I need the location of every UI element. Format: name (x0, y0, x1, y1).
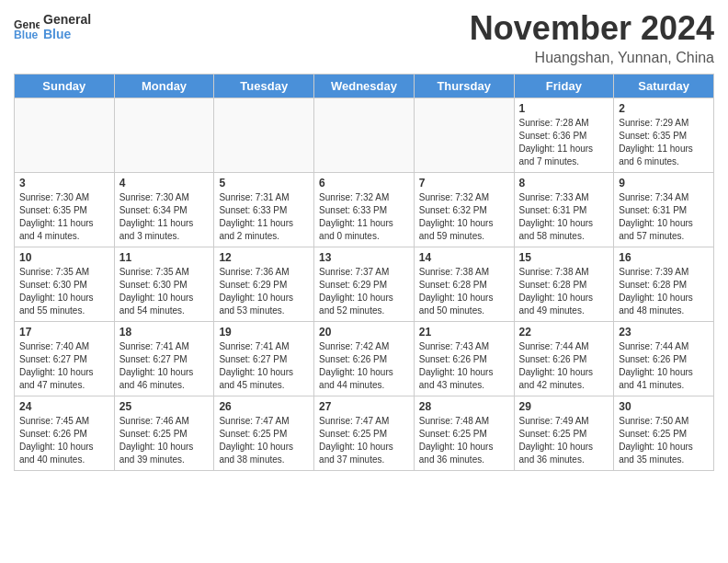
col-friday: Friday (514, 75, 614, 98)
table-row: 24Sunrise: 7:45 AM Sunset: 6:26 PM Dayli… (15, 396, 115, 471)
day-info: Sunrise: 7:37 AM Sunset: 6:29 PM Dayligh… (319, 266, 409, 317)
day-info: Sunrise: 7:44 AM Sunset: 6:26 PM Dayligh… (619, 340, 709, 392)
table-row: 9Sunrise: 7:34 AM Sunset: 6:31 PM Daylig… (614, 173, 714, 247)
day-number: 21 (419, 326, 509, 339)
day-number: 19 (219, 326, 309, 339)
day-info: Sunrise: 7:43 AM Sunset: 6:26 PM Dayligh… (419, 340, 509, 392)
table-row: 2Sunrise: 7:29 AM Sunset: 6:35 PM Daylig… (614, 98, 714, 173)
table-row: 27Sunrise: 7:47 AM Sunset: 6:25 PM Dayli… (314, 396, 415, 471)
table-row: 6Sunrise: 7:32 AM Sunset: 6:33 PM Daylig… (314, 173, 415, 247)
day-number: 4 (119, 177, 210, 190)
col-tuesday: Tuesday (214, 75, 314, 98)
day-number: 25 (119, 400, 210, 413)
calendar-table: Sunday Monday Tuesday Wednesday Thursday… (14, 74, 714, 471)
table-row: 5Sunrise: 7:31 AM Sunset: 6:33 PM Daylig… (214, 173, 314, 247)
table-row: 16Sunrise: 7:39 AM Sunset: 6:28 PM Dayli… (614, 247, 714, 322)
logo-icon: General Blue (14, 17, 40, 42)
day-number: 28 (419, 400, 509, 413)
table-row: 10Sunrise: 7:35 AM Sunset: 6:30 PM Dayli… (15, 247, 115, 322)
table-row: 12Sunrise: 7:36 AM Sunset: 6:29 PM Dayli… (214, 247, 314, 322)
day-info: Sunrise: 7:48 AM Sunset: 6:25 PM Dayligh… (419, 415, 509, 466)
svg-text:Blue: Blue (14, 29, 39, 41)
table-row: 20Sunrise: 7:42 AM Sunset: 6:26 PM Dayli… (314, 322, 415, 396)
table-row: 22Sunrise: 7:44 AM Sunset: 6:26 PM Dayli… (514, 322, 614, 396)
day-info: Sunrise: 7:41 AM Sunset: 6:27 PM Dayligh… (219, 340, 309, 392)
table-row: 18Sunrise: 7:41 AM Sunset: 6:27 PM Dayli… (114, 322, 214, 396)
calendar-header-row: Sunday Monday Tuesday Wednesday Thursday… (15, 75, 714, 98)
day-info: Sunrise: 7:30 AM Sunset: 6:34 PM Dayligh… (119, 191, 210, 243)
svg-marker-4 (109, 11, 119, 20)
day-info: Sunrise: 7:42 AM Sunset: 6:26 PM Dayligh… (319, 340, 409, 392)
day-info: Sunrise: 7:41 AM Sunset: 6:27 PM Dayligh… (119, 340, 210, 392)
day-info: Sunrise: 7:35 AM Sunset: 6:30 PM Dayligh… (19, 266, 109, 317)
day-info: Sunrise: 7:35 AM Sunset: 6:30 PM Dayligh… (119, 266, 210, 317)
day-info: Sunrise: 7:40 AM Sunset: 6:27 PM Dayligh… (19, 340, 109, 392)
svg-text:Blue: Blue (43, 27, 72, 41)
day-info: Sunrise: 7:50 AM Sunset: 6:25 PM Dayligh… (619, 415, 709, 466)
day-number: 9 (619, 177, 709, 190)
table-row: 26Sunrise: 7:47 AM Sunset: 6:25 PM Dayli… (214, 396, 314, 471)
calendar-week-row: 1Sunrise: 7:28 AM Sunset: 6:36 PM Daylig… (15, 98, 714, 173)
logo: General Blue General Blue (14, 9, 126, 50)
col-wednesday: Wednesday (314, 75, 415, 98)
table-row: 14Sunrise: 7:38 AM Sunset: 6:28 PM Dayli… (414, 247, 514, 322)
logo-svg: General Blue (43, 9, 126, 46)
day-number: 14 (419, 251, 509, 264)
day-info: Sunrise: 7:33 AM Sunset: 6:31 PM Dayligh… (519, 191, 609, 243)
day-number: 3 (19, 177, 109, 190)
header: General Blue General Blue November 2024 … (14, 9, 714, 66)
day-info: Sunrise: 7:38 AM Sunset: 6:28 PM Dayligh… (419, 266, 509, 317)
day-info: Sunrise: 7:45 AM Sunset: 6:26 PM Dayligh… (19, 415, 109, 466)
day-info: Sunrise: 7:32 AM Sunset: 6:33 PM Dayligh… (319, 191, 409, 243)
day-number: 1 (519, 102, 609, 115)
calendar-week-row: 17Sunrise: 7:40 AM Sunset: 6:27 PM Dayli… (15, 322, 714, 396)
month-title: November 2024 (470, 9, 714, 48)
table-row: 4Sunrise: 7:30 AM Sunset: 6:34 PM Daylig… (114, 173, 214, 247)
col-monday: Monday (114, 75, 214, 98)
day-number: 26 (219, 400, 309, 413)
table-row (314, 98, 415, 173)
day-number: 16 (619, 251, 709, 264)
day-info: Sunrise: 7:31 AM Sunset: 6:33 PM Dayligh… (219, 191, 309, 243)
calendar-week-row: 3Sunrise: 7:30 AM Sunset: 6:35 PM Daylig… (15, 173, 714, 247)
day-number: 13 (319, 251, 409, 264)
table-row: 7Sunrise: 7:32 AM Sunset: 6:32 PM Daylig… (414, 173, 514, 247)
title-block: November 2024 Huangshan, Yunnan, China (470, 9, 714, 66)
day-number: 27 (319, 400, 409, 413)
table-row: 1Sunrise: 7:28 AM Sunset: 6:36 PM Daylig… (514, 98, 614, 173)
day-info: Sunrise: 7:47 AM Sunset: 6:25 PM Dayligh… (219, 415, 309, 466)
day-number: 30 (619, 400, 709, 413)
day-number: 23 (619, 326, 709, 339)
day-info: Sunrise: 7:36 AM Sunset: 6:29 PM Dayligh… (219, 266, 309, 317)
day-number: 24 (19, 400, 109, 413)
day-number: 6 (319, 177, 409, 190)
col-sunday: Sunday (15, 75, 115, 98)
day-info: Sunrise: 7:38 AM Sunset: 6:28 PM Dayligh… (519, 266, 609, 317)
day-info: Sunrise: 7:34 AM Sunset: 6:31 PM Dayligh… (619, 191, 709, 243)
table-row (114, 98, 214, 173)
day-number: 20 (319, 326, 409, 339)
day-number: 22 (519, 326, 609, 339)
day-info: Sunrise: 7:49 AM Sunset: 6:25 PM Dayligh… (519, 415, 609, 466)
day-info: Sunrise: 7:28 AM Sunset: 6:36 PM Dayligh… (519, 117, 609, 168)
day-number: 18 (119, 326, 210, 339)
table-row: 13Sunrise: 7:37 AM Sunset: 6:29 PM Dayli… (314, 247, 415, 322)
table-row: 30Sunrise: 7:50 AM Sunset: 6:25 PM Dayli… (614, 396, 714, 471)
day-number: 7 (419, 177, 509, 190)
table-row: 8Sunrise: 7:33 AM Sunset: 6:31 PM Daylig… (514, 173, 614, 247)
table-row (15, 98, 115, 173)
location: Huangshan, Yunnan, China (470, 50, 714, 66)
table-row: 15Sunrise: 7:38 AM Sunset: 6:28 PM Dayli… (514, 247, 614, 322)
table-row: 19Sunrise: 7:41 AM Sunset: 6:27 PM Dayli… (214, 322, 314, 396)
table-row: 29Sunrise: 7:49 AM Sunset: 6:25 PM Dayli… (514, 396, 614, 471)
day-number: 2 (619, 102, 709, 115)
day-info: Sunrise: 7:44 AM Sunset: 6:26 PM Dayligh… (519, 340, 609, 392)
table-row: 3Sunrise: 7:30 AM Sunset: 6:35 PM Daylig… (15, 173, 115, 247)
day-number: 17 (19, 326, 109, 339)
table-row: 21Sunrise: 7:43 AM Sunset: 6:26 PM Dayli… (414, 322, 514, 396)
table-row: 23Sunrise: 7:44 AM Sunset: 6:26 PM Dayli… (614, 322, 714, 396)
col-thursday: Thursday (414, 75, 514, 98)
table-row (414, 98, 514, 173)
day-info: Sunrise: 7:46 AM Sunset: 6:25 PM Dayligh… (119, 415, 210, 466)
table-row (214, 98, 314, 173)
